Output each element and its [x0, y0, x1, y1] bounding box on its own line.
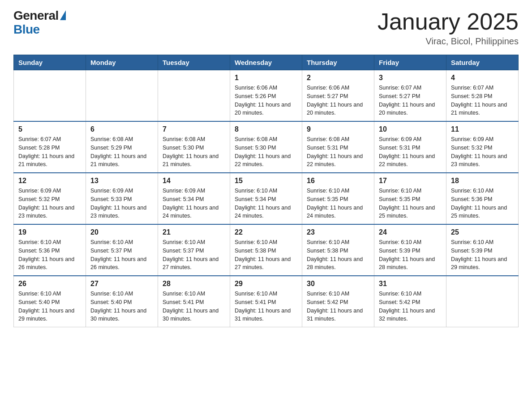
day-info: Sunrise: 6:08 AM Sunset: 5:29 PM Dayligh… — [90, 135, 153, 169]
calendar-week-row: 12Sunrise: 6:09 AM Sunset: 5:32 PM Dayli… — [14, 173, 519, 224]
calendar-cell: 1Sunrise: 6:06 AM Sunset: 5:26 PM Daylig… — [230, 70, 302, 122]
calendar-week-row: 26Sunrise: 6:10 AM Sunset: 5:40 PM Dayli… — [14, 276, 519, 327]
day-info: Sunrise: 6:10 AM Sunset: 5:42 PM Dayligh… — [307, 290, 369, 323]
day-number: 3 — [379, 74, 442, 82]
day-info: Sunrise: 6:10 AM Sunset: 5:34 PM Dayligh… — [235, 187, 297, 220]
page-header: General Blue January 2025 Virac, Bicol, … — [13, 9, 519, 47]
page-title: January 2025 — [378, 9, 519, 34]
title-block: January 2025 Virac, Bicol, Philippines — [378, 9, 519, 47]
day-info: Sunrise: 6:08 AM Sunset: 5:31 PM Dayligh… — [307, 135, 369, 169]
calendar-cell: 31Sunrise: 6:10 AM Sunset: 5:42 PM Dayli… — [374, 276, 446, 327]
day-number: 29 — [235, 280, 297, 288]
day-number: 17 — [379, 177, 442, 185]
column-header-friday: Friday — [374, 55, 446, 70]
day-number: 27 — [90, 280, 153, 288]
day-number: 15 — [235, 177, 297, 185]
day-number: 9 — [307, 125, 369, 133]
calendar-cell: 16Sunrise: 6:10 AM Sunset: 5:35 PM Dayli… — [302, 173, 374, 224]
day-number: 12 — [18, 177, 81, 185]
calendar-cell: 17Sunrise: 6:10 AM Sunset: 5:35 PM Dayli… — [374, 173, 446, 224]
day-info: Sunrise: 6:10 AM Sunset: 5:36 PM Dayligh… — [451, 187, 514, 220]
calendar-cell: 18Sunrise: 6:10 AM Sunset: 5:36 PM Dayli… — [446, 173, 519, 224]
calendar-cell: 12Sunrise: 6:09 AM Sunset: 5:32 PM Dayli… — [14, 173, 86, 224]
day-number: 18 — [451, 177, 514, 185]
day-number: 23 — [307, 228, 369, 236]
day-info: Sunrise: 6:09 AM Sunset: 5:31 PM Dayligh… — [379, 135, 442, 169]
calendar-cell: 3Sunrise: 6:07 AM Sunset: 5:27 PM Daylig… — [374, 70, 446, 122]
calendar-cell: 13Sunrise: 6:09 AM Sunset: 5:33 PM Dayli… — [86, 173, 158, 224]
day-info: Sunrise: 6:10 AM Sunset: 5:38 PM Dayligh… — [307, 238, 369, 272]
column-header-thursday: Thursday — [302, 55, 374, 70]
column-header-sunday: Sunday — [14, 55, 86, 70]
day-number: 19 — [18, 228, 81, 236]
column-header-monday: Monday — [86, 55, 158, 70]
calendar-cell: 27Sunrise: 6:10 AM Sunset: 5:40 PM Dayli… — [86, 276, 158, 327]
day-info: Sunrise: 6:06 AM Sunset: 5:26 PM Dayligh… — [235, 84, 297, 117]
calendar-cell: 15Sunrise: 6:10 AM Sunset: 5:34 PM Dayli… — [230, 173, 302, 224]
calendar-cell: 2Sunrise: 6:06 AM Sunset: 5:27 PM Daylig… — [302, 70, 374, 122]
calendar-cell: 4Sunrise: 6:07 AM Sunset: 5:28 PM Daylig… — [446, 70, 519, 122]
calendar-week-row: 5Sunrise: 6:07 AM Sunset: 5:28 PM Daylig… — [14, 121, 519, 173]
day-info: Sunrise: 6:10 AM Sunset: 5:40 PM Dayligh… — [90, 290, 153, 323]
day-info: Sunrise: 6:10 AM Sunset: 5:37 PM Dayligh… — [163, 238, 225, 272]
calendar-cell: 26Sunrise: 6:10 AM Sunset: 5:40 PM Dayli… — [14, 276, 86, 327]
day-info: Sunrise: 6:10 AM Sunset: 5:35 PM Dayligh… — [379, 187, 442, 220]
day-number: 30 — [307, 280, 369, 288]
calendar-cell: 20Sunrise: 6:10 AM Sunset: 5:37 PM Dayli… — [86, 224, 158, 276]
day-number: 13 — [90, 177, 153, 185]
day-number: 10 — [379, 125, 442, 133]
day-info: Sunrise: 6:08 AM Sunset: 5:30 PM Dayligh… — [235, 135, 297, 169]
calendar-cell: 10Sunrise: 6:09 AM Sunset: 5:31 PM Dayli… — [374, 121, 446, 173]
calendar-cell: 5Sunrise: 6:07 AM Sunset: 5:28 PM Daylig… — [14, 121, 86, 173]
day-info: Sunrise: 6:10 AM Sunset: 5:39 PM Dayligh… — [379, 238, 442, 272]
day-number: 1 — [235, 74, 297, 82]
day-info: Sunrise: 6:09 AM Sunset: 5:32 PM Dayligh… — [451, 135, 514, 169]
day-number: 6 — [90, 125, 153, 133]
calendar-cell: 25Sunrise: 6:10 AM Sunset: 5:39 PM Dayli… — [446, 224, 519, 276]
day-number: 8 — [235, 125, 297, 133]
calendar-table: SundayMondayTuesdayWednesdayThursdayFrid… — [13, 55, 519, 327]
calendar-cell: 14Sunrise: 6:09 AM Sunset: 5:34 PM Dayli… — [158, 173, 230, 224]
calendar-cell: 6Sunrise: 6:08 AM Sunset: 5:29 PM Daylig… — [86, 121, 158, 173]
calendar-cell: 9Sunrise: 6:08 AM Sunset: 5:31 PM Daylig… — [302, 121, 374, 173]
column-header-wednesday: Wednesday — [230, 55, 302, 70]
day-number: 2 — [307, 74, 369, 82]
day-info: Sunrise: 6:10 AM Sunset: 5:39 PM Dayligh… — [451, 238, 514, 272]
day-info: Sunrise: 6:10 AM Sunset: 5:37 PM Dayligh… — [90, 238, 153, 272]
logo-blue-text: Blue — [13, 23, 66, 37]
day-number: 25 — [451, 228, 514, 236]
day-number: 11 — [451, 125, 514, 133]
column-header-tuesday: Tuesday — [158, 55, 230, 70]
day-info: Sunrise: 6:10 AM Sunset: 5:35 PM Dayligh… — [307, 187, 369, 220]
day-info: Sunrise: 6:07 AM Sunset: 5:28 PM Dayligh… — [451, 84, 514, 117]
day-number: 28 — [163, 280, 225, 288]
column-header-saturday: Saturday — [446, 55, 519, 70]
day-number: 16 — [307, 177, 369, 185]
day-number: 5 — [18, 125, 81, 133]
day-info: Sunrise: 6:09 AM Sunset: 5:34 PM Dayligh… — [163, 187, 225, 220]
day-info: Sunrise: 6:10 AM Sunset: 5:41 PM Dayligh… — [235, 290, 297, 323]
calendar-header-row: SundayMondayTuesdayWednesdayThursdayFrid… — [14, 55, 519, 70]
calendar-cell: 22Sunrise: 6:10 AM Sunset: 5:38 PM Dayli… — [230, 224, 302, 276]
day-number: 26 — [18, 280, 81, 288]
page-subtitle: Virac, Bicol, Philippines — [378, 36, 519, 47]
calendar-week-row: 1Sunrise: 6:06 AM Sunset: 5:26 PM Daylig… — [14, 70, 519, 122]
calendar-cell: 21Sunrise: 6:10 AM Sunset: 5:37 PM Dayli… — [158, 224, 230, 276]
calendar-cell: 8Sunrise: 6:08 AM Sunset: 5:30 PM Daylig… — [230, 121, 302, 173]
day-number: 24 — [379, 228, 442, 236]
calendar-cell — [86, 70, 158, 122]
calendar-cell: 24Sunrise: 6:10 AM Sunset: 5:39 PM Dayli… — [374, 224, 446, 276]
day-number: 7 — [163, 125, 225, 133]
logo-general-text: General — [13, 9, 59, 23]
day-info: Sunrise: 6:08 AM Sunset: 5:30 PM Dayligh… — [163, 135, 225, 169]
day-info: Sunrise: 6:09 AM Sunset: 5:33 PM Dayligh… — [90, 187, 153, 220]
calendar-cell: 7Sunrise: 6:08 AM Sunset: 5:30 PM Daylig… — [158, 121, 230, 173]
day-number: 31 — [379, 280, 442, 288]
day-info: Sunrise: 6:09 AM Sunset: 5:32 PM Dayligh… — [18, 187, 81, 220]
day-info: Sunrise: 6:06 AM Sunset: 5:27 PM Dayligh… — [307, 84, 369, 117]
day-info: Sunrise: 6:10 AM Sunset: 5:40 PM Dayligh… — [18, 290, 81, 323]
calendar-cell: 28Sunrise: 6:10 AM Sunset: 5:41 PM Dayli… — [158, 276, 230, 327]
calendar-cell: 19Sunrise: 6:10 AM Sunset: 5:36 PM Dayli… — [14, 224, 86, 276]
day-number: 21 — [163, 228, 225, 236]
day-info: Sunrise: 6:07 AM Sunset: 5:27 PM Dayligh… — [379, 84, 442, 117]
